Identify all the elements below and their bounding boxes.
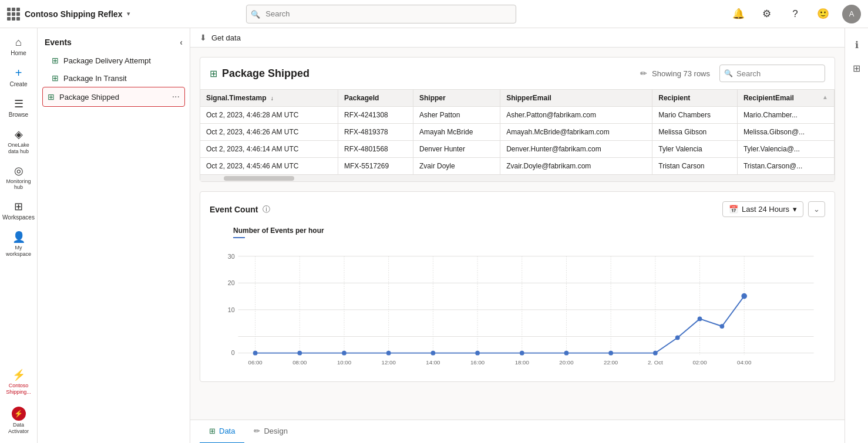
legend-line <box>233 237 245 238</box>
table-cell: Oct 2, 2023, 4:46:28 AM UTC <box>200 107 338 124</box>
event-chart-svg: 30 20 10 0 06:00 08:00 10:00 12:00 14:00… <box>210 243 825 372</box>
table-cell: Oct 2, 2023, 4:45:46 AM UTC <box>200 158 338 175</box>
topbar-search-input[interactable] <box>246 5 516 23</box>
scrollbar-thumb[interactable] <box>224 176 294 181</box>
svg-text:22:00: 22:00 <box>604 359 618 366</box>
col-timestamp[interactable]: Signal.Timestamp ↓ <box>200 90 338 107</box>
feedback-icon[interactable]: 🙂 <box>814 5 833 23</box>
nav-browse[interactable]: ☰ Browse <box>2 94 35 122</box>
chart-legend <box>233 237 825 238</box>
table-search-input[interactable] <box>719 65 825 82</box>
get-data-icon: ⬇ <box>200 33 207 42</box>
table-scrollbar[interactable] <box>200 174 835 181</box>
col-shipperemail[interactable]: ShipperEmail <box>500 90 652 107</box>
svg-point-35 <box>342 351 346 356</box>
table-cell: RFX-4241308 <box>338 107 413 124</box>
svg-text:20:00: 20:00 <box>559 359 574 366</box>
svg-point-33 <box>253 351 258 356</box>
event-info-icon[interactable]: ⓘ <box>263 204 270 215</box>
sidebar-title: Events <box>45 38 72 47</box>
nav-home[interactable]: ⌂ Home <box>2 33 35 60</box>
right-panel-info-icon[interactable]: ℹ <box>847 35 866 54</box>
table-row: Oct 2, 2023, 4:46:14 AM UTCRFX-4801568De… <box>200 141 835 158</box>
table-cell: Denver Hunter <box>413 141 500 158</box>
workspaces-icon: ⊞ <box>14 200 23 213</box>
table-search-wrap: 🔍 <box>719 65 825 82</box>
col-packageid[interactable]: PackageId <box>338 90 413 107</box>
user-avatar[interactable]: A <box>842 5 861 23</box>
app-chevron[interactable]: ▾ <box>127 10 130 18</box>
svg-point-40 <box>564 351 569 356</box>
data-table: Signal.Timestamp ↓ PackageId Shipper Shi… <box>200 90 835 174</box>
settings-icon[interactable]: ⚙ <box>758 5 776 23</box>
in-transit-icon: ⊞ <box>52 73 59 83</box>
table-cell: Amayah.McBride@fabrikam.com <box>500 124 652 141</box>
nav-monitoring[interactable]: ◎ Monitoring hub <box>2 161 35 195</box>
app-grid-icon[interactable] <box>7 8 20 21</box>
myworkspace-icon: 👤 <box>12 231 25 244</box>
table-row: Oct 2, 2023, 4:46:26 AM UTCRFX-4819378Am… <box>200 124 835 141</box>
table-row: Oct 2, 2023, 4:46:28 AM UTCRFX-4241308As… <box>200 107 835 124</box>
nav-workspaces[interactable]: ⊞ Workspaces <box>2 197 35 225</box>
nav-data-activator-label: Data Activator <box>5 422 33 435</box>
topbar-search-area: 🔍 <box>246 5 516 23</box>
home-icon: ⌂ <box>15 36 22 49</box>
table-wrap: Signal.Timestamp ↓ PackageId Shipper Shi… <box>200 90 835 181</box>
expand-chart-btn[interactable]: ⌄ <box>808 201 825 217</box>
nav-myworkspace[interactable]: 👤 My workspace <box>2 227 35 261</box>
table-title: Package Shipped <box>222 67 635 80</box>
bottom-tabs: ⊞ Data ✏ Design <box>190 420 845 443</box>
col-shipper[interactable]: Shipper <box>413 90 500 107</box>
sidebar-item-shipped[interactable]: ⊞ Package Shipped ··· <box>42 87 185 107</box>
nav-contoso[interactable]: ⚡ Contoso Shipping... <box>2 365 35 399</box>
time-filter-chevron: ▾ <box>793 205 797 214</box>
svg-point-39 <box>520 351 524 356</box>
svg-point-45 <box>719 324 724 329</box>
contoso-icon: ⚡ <box>12 368 25 381</box>
sidebar-item-in-transit[interactable]: ⊞ Package In Transit <box>38 69 190 87</box>
sidebar-shipped-more[interactable]: ··· <box>172 92 180 102</box>
tab-data[interactable]: ⊞ Data <box>200 420 244 444</box>
nav-onelake[interactable]: ◈ OneLake data hub <box>2 124 35 158</box>
sort-icon-timestamp: ↓ <box>271 95 274 102</box>
edit-title-icon[interactable]: ✏ <box>640 69 647 78</box>
svg-text:10: 10 <box>228 306 235 313</box>
table-cell: MFX-5517269 <box>338 158 413 175</box>
showing-rows: Showing 73 rows <box>652 69 710 78</box>
svg-point-46 <box>741 293 747 299</box>
svg-text:14:00: 14:00 <box>426 359 440 366</box>
tab-design[interactable]: ✏ Design <box>244 420 297 444</box>
sidebar-collapse-btn[interactable]: ‹ <box>180 38 183 47</box>
time-filter-btn[interactable]: 📅 Last 24 Hours ▾ <box>722 201 803 217</box>
table-cell: RFX-4819378 <box>338 124 413 141</box>
right-panel-table-icon[interactable]: ⊞ <box>847 59 866 77</box>
col-recipient[interactable]: Recipient <box>652 90 738 107</box>
svg-text:06:00: 06:00 <box>248 359 263 366</box>
get-data-label[interactable]: Get data <box>211 33 241 42</box>
nav-myworkspace-label: My workspace <box>5 245 33 258</box>
tab-design-icon: ✏ <box>254 427 260 435</box>
svg-text:2. Oct: 2. Oct <box>648 359 663 366</box>
shipped-icon: ⊞ <box>48 92 55 102</box>
nav-onelake-label: OneLake data hub <box>5 142 33 155</box>
sidebar-in-transit-label: Package In Transit <box>63 74 183 83</box>
table-cell: Denver.Hunter@fabrikam.com <box>500 141 652 158</box>
nav-create[interactable]: + Create <box>2 63 35 92</box>
event-section: Event Count ⓘ 📅 Last 24 Hours ▾ ⌄ Number… <box>200 191 835 382</box>
table-cell: Zvair Doyle <box>413 158 500 175</box>
create-icon: + <box>15 66 22 80</box>
col-recipientemail[interactable]: RecipientEmail ▲ <box>737 90 834 107</box>
app-name: Contoso Shipping Reflex <box>25 9 122 19</box>
table-cell: RFX-4801568 <box>338 141 413 158</box>
notifications-icon[interactable]: 🔔 <box>729 5 748 23</box>
svg-point-43 <box>675 336 680 340</box>
calendar-icon: 📅 <box>729 205 738 214</box>
nav-workspaces-label: Workspaces <box>2 214 35 221</box>
table-cell: Oct 2, 2023, 4:46:14 AM UTC <box>200 141 338 158</box>
svg-text:04:00: 04:00 <box>737 359 752 366</box>
sidebar-item-delivery-attempt[interactable]: ⊞ Package Delivery Attempt <box>38 52 190 69</box>
nav-data-activator[interactable]: ⚡ Data Activator <box>2 403 35 438</box>
table-cell: Tyler Valencia <box>652 141 738 158</box>
leftnav: ⌂ Home + Create ☰ Browse ◈ OneLake data … <box>0 28 38 443</box>
help-icon[interactable]: ? <box>786 5 805 23</box>
